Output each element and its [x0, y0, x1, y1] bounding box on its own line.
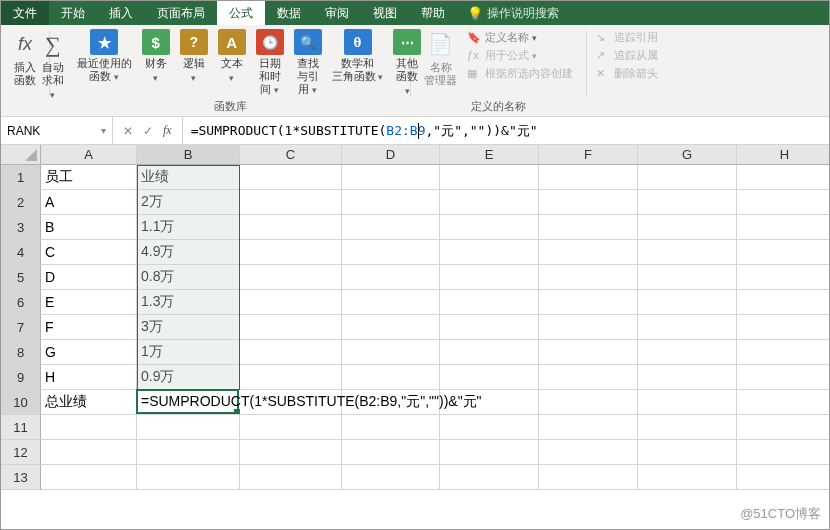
- cell-F1[interactable]: [539, 165, 638, 190]
- row-header-6[interactable]: 6: [1, 290, 41, 315]
- cell-G4[interactable]: [638, 240, 737, 265]
- tab-view[interactable]: 视图: [361, 1, 409, 25]
- column-header-G[interactable]: G: [638, 145, 737, 165]
- trace-dependents-button[interactable]: ↗追踪从属: [596, 48, 658, 63]
- trace-precedents-button[interactable]: ↘追踪引用: [596, 30, 658, 45]
- cell-F12[interactable]: [539, 440, 638, 465]
- autosum-button[interactable]: ∑ 自动求和: [35, 27, 71, 104]
- cell-D11[interactable]: [342, 415, 440, 440]
- cell-G2[interactable]: [638, 190, 737, 215]
- cell-F7[interactable]: [539, 315, 638, 340]
- column-header-D[interactable]: D: [342, 145, 440, 165]
- column-header-H[interactable]: H: [737, 145, 830, 165]
- cell-F3[interactable]: [539, 215, 638, 240]
- cell-E5[interactable]: [440, 265, 539, 290]
- cell-D4[interactable]: [342, 240, 440, 265]
- cell-H13[interactable]: [737, 465, 830, 490]
- cell-E2[interactable]: [440, 190, 539, 215]
- cell-C3[interactable]: [240, 215, 342, 240]
- cell-B2[interactable]: 2万: [137, 190, 240, 215]
- create-from-selection-button[interactable]: ▦根据所选内容创建: [467, 66, 573, 81]
- recently-used-button[interactable]: ★ 最近使用的 函数: [73, 27, 136, 104]
- cell-H7[interactable]: [737, 315, 830, 340]
- cell-E12[interactable]: [440, 440, 539, 465]
- cell-E11[interactable]: [440, 415, 539, 440]
- cell-B11[interactable]: [137, 415, 240, 440]
- cell-C7[interactable]: [240, 315, 342, 340]
- cell-D9[interactable]: [342, 365, 440, 390]
- cell-D3[interactable]: [342, 215, 440, 240]
- cell-A3[interactable]: B: [41, 215, 137, 240]
- cell-D13[interactable]: [342, 465, 440, 490]
- cell-G9[interactable]: [638, 365, 737, 390]
- row-header-11[interactable]: 11: [1, 415, 41, 440]
- cell-A2[interactable]: A: [41, 190, 137, 215]
- cell-E4[interactable]: [440, 240, 539, 265]
- cancel-icon[interactable]: ✕: [123, 124, 133, 138]
- name-box[interactable]: RANK: [1, 117, 113, 144]
- cell-G5[interactable]: [638, 265, 737, 290]
- cell-B9[interactable]: 0.9万: [137, 365, 240, 390]
- cell-D1[interactable]: [342, 165, 440, 190]
- datetime-button[interactable]: 🕒 日期和时间: [252, 27, 288, 104]
- financial-button[interactable]: $ 财务: [138, 27, 174, 104]
- cell-F5[interactable]: [539, 265, 638, 290]
- tab-data[interactable]: 数据: [265, 1, 313, 25]
- cell-F11[interactable]: [539, 415, 638, 440]
- cell-E1[interactable]: [440, 165, 539, 190]
- cell-G11[interactable]: [638, 415, 737, 440]
- cell-H6[interactable]: [737, 290, 830, 315]
- cell-D5[interactable]: [342, 265, 440, 290]
- cell-H5[interactable]: [737, 265, 830, 290]
- cell-H4[interactable]: [737, 240, 830, 265]
- use-in-formula-button[interactable]: ƒx用于公式: [467, 48, 537, 63]
- row-header-1[interactable]: 1: [1, 165, 41, 190]
- cell-G3[interactable]: [638, 215, 737, 240]
- row-header-4[interactable]: 4: [1, 240, 41, 265]
- logical-button[interactable]: ? 逻辑: [176, 27, 212, 104]
- column-header-F[interactable]: F: [539, 145, 638, 165]
- row-header-8[interactable]: 8: [1, 340, 41, 365]
- cell-A10[interactable]: 总业绩: [41, 390, 137, 415]
- cell-D6[interactable]: [342, 290, 440, 315]
- cell-C5[interactable]: [240, 265, 342, 290]
- cell-B13[interactable]: [137, 465, 240, 490]
- cell-B10[interactable]: =SUMPRODUCT(1*SUBSTITUTE(B2:B9,"元",""))&…: [137, 390, 637, 415]
- cell-C1[interactable]: [240, 165, 342, 190]
- cell-F9[interactable]: [539, 365, 638, 390]
- row-header-7[interactable]: 7: [1, 315, 41, 340]
- row-header-12[interactable]: 12: [1, 440, 41, 465]
- tab-formulas[interactable]: 公式: [217, 1, 265, 25]
- cell-A4[interactable]: C: [41, 240, 137, 265]
- enter-icon[interactable]: ✓: [143, 124, 153, 138]
- cell-H3[interactable]: [737, 215, 830, 240]
- cell-E9[interactable]: [440, 365, 539, 390]
- worksheet-grid[interactable]: ABCDEFGH12345678910111213员工业绩A2万B1.1万C4.…: [1, 145, 829, 505]
- text-button[interactable]: A 文本: [214, 27, 250, 104]
- row-header-3[interactable]: 3: [1, 215, 41, 240]
- cell-E3[interactable]: [440, 215, 539, 240]
- cell-H1[interactable]: [737, 165, 830, 190]
- cell-G8[interactable]: [638, 340, 737, 365]
- formula-bar[interactable]: =SUMPRODUCT(1*SUBSTITUTE(B2:B9,"元",""))&…: [182, 117, 829, 144]
- cell-A7[interactable]: F: [41, 315, 137, 340]
- cell-B1[interactable]: 业绩: [137, 165, 240, 190]
- cell-B8[interactable]: 1万: [137, 340, 240, 365]
- cell-H9[interactable]: [737, 365, 830, 390]
- cell-D2[interactable]: [342, 190, 440, 215]
- cell-F8[interactable]: [539, 340, 638, 365]
- cell-B3[interactable]: 1.1万: [137, 215, 240, 240]
- cell-H11[interactable]: [737, 415, 830, 440]
- cell-E13[interactable]: [440, 465, 539, 490]
- cell-G7[interactable]: [638, 315, 737, 340]
- cell-A1[interactable]: 员工: [41, 165, 137, 190]
- cell-C12[interactable]: [240, 440, 342, 465]
- cell-D8[interactable]: [342, 340, 440, 365]
- tab-file[interactable]: 文件: [1, 1, 49, 25]
- cell-D7[interactable]: [342, 315, 440, 340]
- cell-A6[interactable]: E: [41, 290, 137, 315]
- cell-C11[interactable]: [240, 415, 342, 440]
- select-all-corner[interactable]: [1, 145, 41, 165]
- cell-B4[interactable]: 4.9万: [137, 240, 240, 265]
- cell-C2[interactable]: [240, 190, 342, 215]
